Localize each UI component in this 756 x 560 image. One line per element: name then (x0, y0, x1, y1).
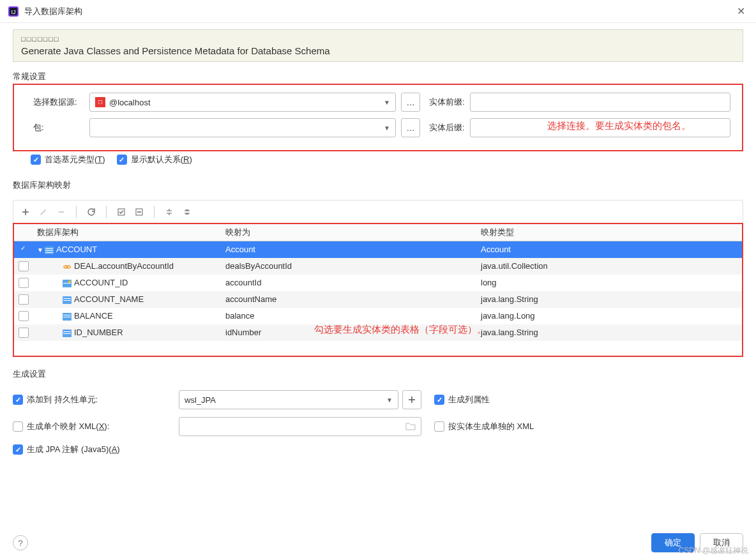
mapped-as-cell: Account (222, 241, 477, 258)
ok-button[interactable]: 确定 (651, 533, 695, 552)
svg-rect-19 (63, 317, 71, 317)
row-checkbox[interactable] (19, 328, 29, 338)
schema-cell: ACCOUNT (56, 245, 97, 254)
type-cell: Account (477, 241, 742, 258)
info-desc: Generate Java Classes and Persistence Me… (21, 45, 735, 56)
datasource-label: 选择数据源: (33, 96, 84, 108)
row-checkbox[interactable] (19, 245, 29, 255)
svg-rect-16 (63, 300, 71, 301)
window-title: 导入数据库架构 (24, 6, 733, 17)
select-all-button[interactable] (113, 204, 130, 220)
row-checkbox[interactable] (19, 311, 29, 321)
general-label: 常规设置 (13, 71, 743, 82)
table-row[interactable]: BALANCEbalancejava.lang.Long (14, 308, 742, 324)
row-checkbox[interactable] (19, 294, 29, 305)
collapse-all-button[interactable] (179, 204, 195, 220)
cancel-button[interactable]: 取消 (700, 533, 743, 552)
prefer-primitive-checkbox[interactable]: ✓ 首选基元类型(T) (31, 154, 105, 165)
type-cell: java.lang.Long (477, 308, 742, 324)
mapped-as-cell: accountId (222, 275, 477, 291)
footer: ? 确定 取消 (13, 533, 743, 552)
mapping-label: 数据库架构映射 (13, 179, 743, 191)
datasource-value: @localhost (109, 98, 151, 107)
separate-xml-checkbox[interactable]: 按实体生成单独的 XML (434, 421, 534, 432)
table-row[interactable]: ACCOUNT_IDaccountIdlong (14, 275, 742, 291)
generation-settings: ✓ 添加到 持久性单元: wsl_JPA ▼ ✓ 生成列属性 生成单个映射 XM… (13, 390, 743, 455)
mapped-as-cell: accountName (222, 291, 477, 308)
close-icon[interactable]: ✕ (733, 4, 748, 19)
expand-all-button[interactable] (161, 204, 178, 220)
svg-rect-22 (63, 333, 71, 334)
chevron-down-icon[interactable]: ▼ (37, 246, 43, 254)
persistence-unit-dropdown[interactable]: wsl_JPA ▼ (179, 390, 398, 409)
schema-cell: BALANCE (74, 311, 113, 321)
svg-rect-12 (63, 283, 71, 284)
package-dropdown[interactable]: ▼ (89, 118, 396, 137)
gen-column-props-checkbox[interactable]: ✓ 生成列属性 (434, 394, 490, 405)
row-checkbox[interactable] (19, 261, 29, 271)
single-xml-path-input[interactable] (179, 417, 421, 436)
mapped-as-cell: idNumber (222, 324, 477, 341)
gen-label: 生成设置 (13, 368, 743, 380)
prefix-label: 实体前缀: (429, 96, 465, 108)
show-relations-checkbox[interactable]: ✓ 显示默认关系(R) (117, 154, 192, 165)
schema-cell: ACCOUNT_ID (74, 278, 128, 287)
refresh-button[interactable] (83, 204, 100, 220)
mapping-table: 数据库架构 映射为 映射类型 ▼ACCOUNTAccountAccountDEA… (14, 224, 742, 341)
col-icon (63, 329, 72, 337)
suffix-label: 实体后缀: (429, 122, 465, 133)
datasource-dropdown[interactable]: @localhost ▼ (89, 93, 396, 112)
package-browse-button[interactable]: … (401, 118, 420, 137)
chevron-down-icon: ▼ (384, 99, 390, 106)
key-icon (63, 280, 72, 287)
mapping-table-wrap: 数据库架构 映射为 映射类型 ▼ACCOUNTAccountAccountDEA… (13, 223, 743, 357)
add-to-unit-checkbox[interactable]: ✓ 添加到 持久性单元: (13, 394, 98, 405)
add-unit-button[interactable] (402, 390, 421, 409)
type-cell: java.lang.String (477, 291, 742, 308)
datasource-browse-button[interactable]: … (401, 93, 420, 112)
svg-text:IJ: IJ (11, 9, 15, 15)
mapped-as-cell: balance (222, 308, 477, 324)
jpa-annotation-checkbox[interactable]: ✓ 生成 JPA 注解 (Java5)(A) (13, 444, 120, 455)
schema-cell: ID_NUMBER (74, 328, 123, 337)
titlebar: IJ 导入数据库架构 ✕ (0, 0, 756, 23)
table-row[interactable]: ACCOUNT_NAMEaccountNamejava.lang.String (14, 291, 742, 308)
type-cell: java.util.Collection (477, 258, 742, 275)
general-settings: 选择数据源: @localhost ▼ … 实体前缀: 包: ▼ … 实体后缀:… (13, 84, 743, 151)
info-placeholder: □□□□□□□ (21, 35, 735, 43)
schema-cell: DEAL.accountByAccountId (74, 261, 174, 271)
chevron-down-icon: ▼ (384, 125, 390, 132)
svg-point-10 (66, 266, 70, 268)
col-type[interactable]: 映射类型 (477, 224, 742, 241)
svg-rect-8 (45, 252, 53, 253)
type-cell: long (477, 275, 742, 291)
type-cell: java.lang.String (477, 324, 742, 341)
col-schema[interactable]: 数据库架构 (33, 224, 222, 241)
chevron-down-icon: ▼ (386, 397, 393, 404)
single-xml-checkbox[interactable]: 生成单个映射 XML(X): (13, 421, 109, 432)
svg-rect-15 (63, 298, 71, 299)
suffix-input[interactable] (470, 118, 730, 137)
svg-point-13 (68, 280, 71, 283)
table-icon (45, 246, 54, 254)
col-mapped-as[interactable]: 映射为 (222, 224, 477, 241)
svg-rect-6 (45, 248, 53, 249)
row-checkbox[interactable] (19, 278, 29, 288)
package-label: 包: (33, 122, 84, 133)
add-button[interactable] (17, 204, 34, 220)
link-icon (63, 263, 72, 271)
table-row[interactable]: ID_NUMBERidNumberjava.lang.String (14, 324, 742, 341)
folder-icon (405, 421, 416, 432)
table-row[interactable]: ▼ACCOUNTAccountAccount (14, 241, 742, 258)
help-button[interactable]: ? (13, 535, 28, 550)
deselect-all-button[interactable] (131, 204, 147, 220)
svg-rect-18 (63, 315, 71, 315)
mapping-section: 数据库架构 映射为 映射类型 ▼ACCOUNTAccountAccountDEA… (13, 200, 743, 357)
prefix-input[interactable] (470, 93, 730, 112)
table-row[interactable]: DEAL.accountByAccountIddealsByAccountIdj… (14, 258, 742, 275)
mapping-toolbar (13, 200, 743, 223)
schema-cell: ACCOUNT_NAME (74, 294, 144, 304)
edit-button[interactable] (35, 204, 52, 220)
remove-button[interactable] (53, 204, 70, 220)
svg-rect-21 (63, 331, 71, 332)
